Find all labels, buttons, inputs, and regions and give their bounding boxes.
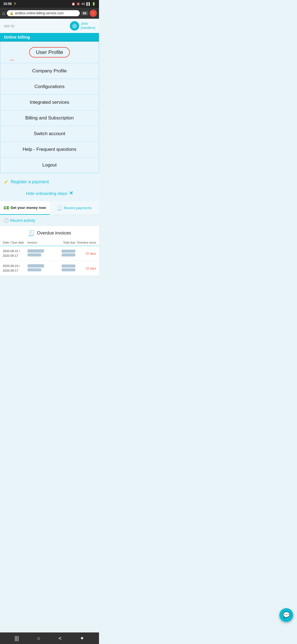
blurred-invoice-line1 <box>28 249 44 253</box>
billing-subscription-label: Billing and Subscription <box>25 115 74 121</box>
table-title-row: 🧾 Overdue invoices <box>0 226 99 239</box>
alarm-icon: ⏰ <box>72 2 75 6</box>
tab-recent-payments[interactable]: 🧾 Recent payments <box>50 201 99 215</box>
hide-onboarding-label: Hide onboarding steps <box>26 191 67 196</box>
configurations-label: Configurations <box>34 84 65 89</box>
hide-onboarding-button[interactable]: Hide onboarding steps ✕ <box>4 188 95 200</box>
col-header-overdue: Overdue since <box>75 241 96 244</box>
register-payment-item[interactable]: ✔ Register a payment <box>4 176 95 188</box>
billing-label: Online billing <box>4 35 30 39</box>
onboarding-section: ✔ Register a payment Hide onboarding ste… <box>0 173 99 201</box>
row-date-2: 2020-08-23 /2020-09-17 <box>3 264 28 273</box>
status-time-area: 10:56 🏃 <box>3 2 17 6</box>
home-icon[interactable]: ⌂ <box>2 10 5 16</box>
col-header-date: Date / Due date <box>3 241 28 244</box>
app-logo: app by <box>4 24 15 28</box>
tab-count-badge[interactable]: 66 <box>81 11 88 15</box>
lock-icon: 🔒 <box>10 11 14 15</box>
row-invoice-2 <box>28 264 53 272</box>
upload-icon: ↑ <box>92 11 94 15</box>
menu-item-company-profile[interactable]: Company Profile <box>0 63 99 79</box>
location-icon: 🏃 <box>13 2 17 6</box>
signal-icon: ▌▌ <box>86 2 91 6</box>
overdue-table-title: Overdue invoices <box>37 231 71 236</box>
logout-label: Logout <box>42 162 57 168</box>
blurred-invoice-line2 <box>28 253 41 256</box>
recent-activity-label: Recent activity <box>10 218 35 223</box>
row-overdue-2: 22 days <box>75 267 96 270</box>
network-label: 4G <box>81 2 86 6</box>
upload-button[interactable]: ↑ <box>90 10 97 17</box>
user-sandbox: [sandbox] <box>81 26 95 30</box>
app-header: app by ⏻ John [sandbox] <box>0 19 99 33</box>
integrated-services-label: Integrated services <box>30 100 69 105</box>
blurred-invoice-line3 <box>28 264 44 268</box>
menu-item-logout[interactable]: Logout <box>0 157 99 173</box>
table-row[interactable]: 2020-08-31 /2020-09-17 22 days <box>0 246 99 261</box>
payments-icon: 🧾 <box>57 205 62 211</box>
power-icon: ⏻ <box>72 23 77 28</box>
col-header-invoice: Invoice <box>28 241 53 244</box>
browser-bar: ⌂ 🔒 andbox.online-billing-service.com 66… <box>0 8 99 19</box>
billing-bar: Online billing <box>0 33 99 42</box>
time-display: 10:56 <box>3 2 12 6</box>
recent-activity-row[interactable]: 🕐 Recent activity <box>0 215 99 226</box>
table-row[interactable]: 2020-08-23 /2020-09-17 22 days <box>0 261 99 276</box>
battery-icon: 🔋 <box>92 2 96 6</box>
overdue-icon: 🧾 <box>28 230 35 236</box>
tab-get-money-label: Get your money now <box>10 206 46 210</box>
status-icons: ⏰ 🔇 4G ▌▌ 🔋 <box>72 2 96 6</box>
col-header-total: Total due <box>53 241 75 244</box>
mute-icon: 🔇 <box>76 2 80 6</box>
table-column-headers: Date / Due date Invoice Total due Overdu… <box>0 239 99 246</box>
row-date-1: 2020-08-31 /2020-09-17 <box>3 249 28 258</box>
url-text: andbox.online-billing-service.com <box>15 11 64 15</box>
register-payment-label: Register a payment <box>11 179 49 184</box>
menu-item-billing-subscription[interactable]: Billing and Subscription <box>0 110 99 126</box>
menu-item-help[interactable]: Help - Frequent questions <box>0 142 99 157</box>
blurred-invoice-line4 <box>28 268 41 271</box>
blurred-total1 <box>62 250 75 253</box>
arrow-icon: → <box>9 56 15 64</box>
blurred-total1b <box>62 253 75 256</box>
user-profile-label: User Profile <box>36 49 63 55</box>
clock-icon: 🕐 <box>4 218 9 223</box>
tab-recent-payments-label: Recent payments <box>64 206 92 210</box>
tabs-row: 💵 Get your money now 🧾 Recent payments <box>0 201 99 215</box>
money-icon: 💵 <box>4 205 9 210</box>
dropdown-menu: User Profile → Company Profile Configura… <box>0 42 99 173</box>
menu-item-configurations[interactable]: Configurations <box>0 79 99 95</box>
avatar[interactable]: ⏻ <box>70 21 79 31</box>
status-bar: 10:56 🏃 ⏰ 🔇 4G ▌▌ 🔋 <box>0 0 99 8</box>
switch-account-label: Switch account <box>34 131 65 136</box>
overdue-invoices-table: 🧾 Overdue invoices Date / Due date Invoi… <box>0 226 99 276</box>
menu-item-integrated-services[interactable]: Integrated services <box>0 95 99 110</box>
help-label: Help - Frequent questions <box>23 147 76 152</box>
row-overdue-1: 22 days <box>75 252 96 255</box>
blurred-total2b <box>62 268 75 271</box>
row-invoice-1 <box>28 249 53 257</box>
menu-item-user-profile[interactable]: User Profile → <box>0 42 99 63</box>
blurred-total2 <box>62 264 75 268</box>
company-profile-label: Company Profile <box>32 68 67 73</box>
user-profile-circle: User Profile <box>29 47 70 58</box>
user-name: John <box>81 22 95 26</box>
user-info[interactable]: ⏻ John [sandbox] <box>70 21 95 31</box>
close-icon[interactable]: ✕ <box>69 190 73 196</box>
tab-get-money[interactable]: 💵 Get your money now <box>0 201 50 215</box>
check-icon: ✔ <box>4 179 9 185</box>
url-bar[interactable]: 🔒 andbox.online-billing-service.com <box>7 10 80 16</box>
row-total-1 <box>53 250 75 257</box>
row-total-2 <box>53 264 75 272</box>
logo-text: app by <box>4 24 15 28</box>
menu-item-switch-account[interactable]: Switch account <box>0 126 99 142</box>
